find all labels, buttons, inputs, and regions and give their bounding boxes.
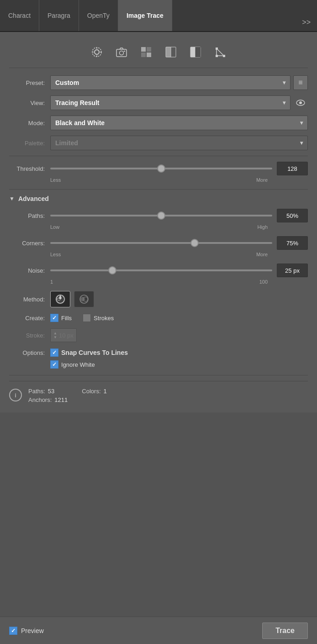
- corners-label: Corners:: [9, 240, 50, 247]
- tab-bar: Charact Paragra OpenTy Image Trace >>: [0, 0, 317, 32]
- svg-point-3: [120, 51, 124, 55]
- mode-dropdown[interactable]: Black and White ▾: [50, 116, 308, 130]
- fills-checkbox[interactable]: ✓: [50, 314, 58, 322]
- create-options: ✓ Fills Strokes: [50, 314, 114, 322]
- threshold-label: Threshold:: [9, 165, 50, 172]
- palette-row: Palette: Limited ▾: [9, 136, 308, 150]
- stroke-up-arrow[interactable]: ▲: [53, 332, 57, 335]
- fills-checkbox-item[interactable]: ✓ Fills: [50, 314, 72, 322]
- grid-icon[interactable]: [138, 44, 154, 60]
- stat-anchors-value: 1211: [54, 396, 68, 403]
- method-row: Method:: [9, 291, 308, 307]
- threshold-minmax: Less More: [9, 177, 308, 183]
- view-dropdown[interactable]: Tracing Result ▾: [50, 95, 291, 110]
- stats-section: i Paths: 53 Colors: 1 Anchors: 1211: [9, 381, 308, 405]
- paths-value[interactable]: 50%: [277, 209, 308, 222]
- stat-colors-value: 1: [104, 388, 107, 395]
- stat-colors: Colors: 1: [82, 388, 106, 395]
- preview-checkbox[interactable]: ✓: [9, 627, 17, 635]
- noise-minmax: 1 100: [9, 279, 308, 285]
- preset-label: Preset:: [9, 79, 50, 86]
- preview-check-icon: ✓: [11, 628, 16, 634]
- corners-thumb[interactable]: [190, 239, 199, 247]
- svg-rect-6: [147, 47, 151, 52]
- info-icon[interactable]: i: [9, 389, 22, 401]
- method-label: Method:: [9, 296, 50, 303]
- strokes-checkbox[interactable]: [83, 314, 91, 322]
- stats-row-1: Paths: 53 Colors: 1: [28, 388, 308, 395]
- stroke-value: 10 px: [59, 332, 74, 339]
- auto-trace-icon[interactable]: [89, 44, 105, 60]
- stat-anchors: Anchors: 1211: [28, 396, 68, 403]
- contrast-icon[interactable]: [187, 44, 204, 60]
- preset-row: Preset: Custom ▾ ≡: [9, 75, 308, 90]
- snap-curves-checkbox-item[interactable]: ✓ Snap Curves To Lines: [50, 348, 128, 357]
- threshold-value[interactable]: 128: [277, 162, 308, 175]
- view-label: View:: [9, 100, 50, 106]
- stat-colors-label: Colors:: [82, 388, 100, 395]
- threshold-slider[interactable]: [50, 168, 272, 169]
- corners-slider-row: Corners: 75% Less More: [9, 236, 308, 257]
- corners-slider[interactable]: [50, 242, 272, 244]
- paths-label: Paths:: [9, 212, 50, 219]
- svg-rect-5: [141, 47, 146, 52]
- threshold-track: [50, 168, 272, 169]
- tab-overflow[interactable]: >>: [296, 14, 317, 31]
- svg-rect-13: [216, 55, 218, 57]
- paths-minmax: Low High: [9, 224, 308, 230]
- create-label: Create:: [9, 315, 50, 322]
- ignore-white-label: Ignore White: [61, 361, 95, 368]
- stroke-down-arrow[interactable]: ▼: [53, 336, 57, 339]
- view-row: View: Tracing Result ▾: [9, 95, 308, 110]
- svg-rect-4: [124, 51, 125, 52]
- strokes-checkbox-item[interactable]: Strokes: [83, 314, 114, 322]
- palette-dropdown-arrow: ▾: [300, 140, 303, 146]
- stroke-row: Stroke: ▲ ▼ 10 px: [9, 328, 308, 342]
- noise-slider[interactable]: [50, 269, 272, 271]
- tab-opentype[interactable]: OpenTy: [79, 0, 118, 31]
- svg-rect-7: [141, 53, 146, 57]
- fills-label: Fills: [61, 315, 72, 322]
- method-abutting-button[interactable]: [50, 291, 70, 307]
- corner-icon[interactable]: [212, 44, 228, 60]
- create-row: Create: ✓ Fills Strokes: [9, 314, 308, 322]
- ignore-white-checkbox-item[interactable]: ✓ Ignore White: [50, 360, 128, 369]
- trace-button[interactable]: Trace: [262, 623, 308, 639]
- svg-rect-10: [166, 47, 171, 57]
- palette-label: Palette:: [9, 140, 50, 147]
- corners-value[interactable]: 75%: [277, 236, 308, 250]
- image-trace-panel: Preset: Custom ▾ ≡ View: Tracing Result …: [0, 32, 317, 412]
- stats-row-2: Anchors: 1211: [28, 396, 308, 403]
- view-eye-button[interactable]: [293, 95, 308, 110]
- mode-row: Mode: Black and White ▾: [9, 116, 308, 130]
- preset-list-button[interactable]: ≡: [293, 75, 308, 90]
- stat-paths-value: 53: [48, 388, 54, 395]
- corners-minmax: Less More: [9, 252, 308, 257]
- preset-dropdown[interactable]: Custom ▾: [50, 75, 291, 90]
- corners-track: [50, 242, 272, 244]
- tab-image-trace[interactable]: Image Trace: [118, 0, 172, 31]
- paths-slider[interactable]: [50, 215, 272, 216]
- threshold-thumb[interactable]: [157, 164, 165, 173]
- svg-rect-12: [195, 47, 201, 57]
- halftone-icon[interactable]: [163, 44, 179, 60]
- method-overlapping-button[interactable]: [74, 291, 94, 307]
- camera-icon[interactable]: [113, 44, 130, 60]
- options-col: ✓ Snap Curves To Lines ✓ Ignore White: [50, 348, 128, 369]
- noise-value[interactable]: 25 px: [277, 264, 308, 277]
- snap-curves-checkbox[interactable]: ✓: [50, 348, 58, 357]
- stat-anchors-label: Anchors:: [28, 396, 52, 403]
- tab-character[interactable]: Charact: [0, 0, 39, 31]
- svg-rect-15: [223, 55, 225, 57]
- paths-thumb[interactable]: [157, 211, 165, 220]
- tab-paragraph[interactable]: Paragra: [39, 0, 79, 31]
- strokes-label: Strokes: [94, 315, 114, 322]
- advanced-header[interactable]: ▼ Advanced: [9, 195, 308, 202]
- fills-check-icon: ✓: [52, 315, 57, 321]
- snap-curves-label: Snap Curves To Lines: [61, 349, 128, 356]
- ignore-white-checkbox[interactable]: ✓: [50, 360, 58, 369]
- advanced-label: Advanced: [18, 195, 49, 202]
- svg-rect-8: [147, 53, 151, 57]
- ignore-white-check-icon: ✓: [52, 361, 57, 368]
- noise-thumb[interactable]: [108, 266, 116, 274]
